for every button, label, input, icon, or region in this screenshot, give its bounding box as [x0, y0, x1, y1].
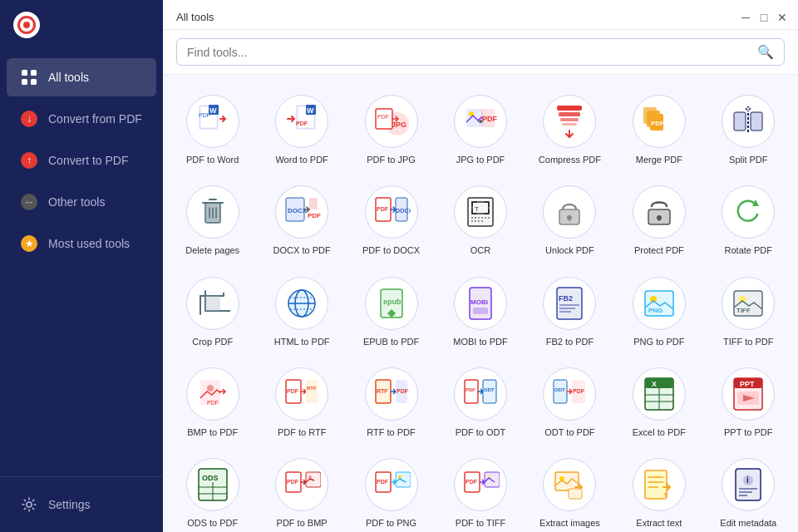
svg-text:W: W: [307, 106, 314, 115]
tool-icon-edit-metadata: i: [722, 458, 775, 511]
arrow-down-icon: ↓: [20, 110, 38, 128]
svg-rect-65: [205, 296, 220, 311]
tool-item-compress-pdf[interactable]: Compress PDF: [527, 85, 613, 172]
tool-icon-pdf-to-bmp: PDF: [275, 458, 328, 511]
tool-item-pdf-to-png[interactable]: PDF PDF to PNG: [348, 448, 434, 532]
sidebar-item-label: Convert from PDF: [48, 112, 142, 126]
tool-icon-protect-pdf: [633, 185, 686, 239]
svg-text:DOCX: DOCX: [288, 207, 308, 214]
tool-label-split-pdf: Split PDF: [729, 154, 767, 165]
svg-text:PDF: PDF: [296, 121, 308, 126]
close-button[interactable]: ✕: [776, 12, 788, 23]
tool-item-delete-pages[interactable]: Delete pages: [170, 175, 255, 263]
tool-item-edit-metadata[interactable]: i Edit metadata: [706, 448, 791, 532]
svg-text:PDF: PDF: [482, 115, 498, 123]
tool-icon-word-to-pdf: W PDF: [275, 95, 328, 148]
tool-item-tiff-to-pdf[interactable]: TIFF TIFF to PDF: [706, 267, 791, 354]
sidebar-item-label: Convert to PDF: [48, 154, 128, 167]
logo-icon: [13, 12, 40, 38]
tool-icon-docx-to-pdf: DOCX PDF: [275, 185, 328, 239]
svg-text:MOBI: MOBI: [470, 298, 488, 306]
sidebar-item-convert-from[interactable]: ↓ Convert from PDF: [7, 100, 156, 138]
svg-rect-25: [560, 118, 579, 121]
tool-item-pdf-to-jpg[interactable]: JPG PDF PDF to JPG: [348, 85, 434, 172]
sidebar-item-other-tools[interactable]: ··· Other tools: [7, 183, 156, 221]
tool-label-pdf-to-bmp: PDF to BMP: [277, 517, 328, 529]
sidebar-footer: Settings: [0, 476, 163, 532]
tool-item-mobi-to-pdf[interactable]: MOBI MOBI to PDF: [437, 267, 523, 354]
tool-icon-fb2-to-pdf: FB2: [543, 277, 596, 330]
svg-text:JPG: JPG: [392, 121, 406, 129]
sidebar-item-convert-to[interactable]: ↑ Convert to PDF: [7, 141, 156, 180]
tool-item-merge-pdf[interactable]: PDF Merge PDF: [616, 85, 702, 172]
sidebar-item-all-tools[interactable]: All tools: [7, 58, 156, 96]
search-bar: 🔍: [163, 30, 798, 75]
maximize-button[interactable]: □: [758, 12, 770, 23]
tool-item-html-to-pdf[interactable]: HTML to PDF: [259, 267, 344, 354]
tool-item-docx-to-pdf[interactable]: DOCX PDF DOCX to PDF: [259, 175, 344, 263]
tool-label-extract-text: Extract text: [636, 517, 682, 529]
tool-icon-jpg-to-pdf: PDF: [454, 95, 507, 148]
tool-item-rtf-to-pdf[interactable]: RTF PDF RTF to PDF: [348, 357, 434, 445]
tool-item-pdf-to-rtf[interactable]: PDF RTF PDF to RTF: [259, 357, 344, 445]
tool-label-rotate-pdf: Rotate PDF: [725, 244, 772, 256]
tool-label-ppt-to-pdf: PPT to PDF: [724, 426, 772, 438]
tool-item-pdf-to-odt[interactable]: PDF ODT PDF to ODT: [437, 357, 523, 445]
tool-icon-unlock-pdf: [543, 185, 596, 239]
tool-icon-rtf-to-pdf: RTF PDF: [365, 367, 418, 421]
tool-item-split-pdf[interactable]: Split PDF: [706, 85, 791, 172]
sidebar-nav: All tools ↓ Convert from PDF ↑ Convert t…: [0, 50, 163, 476]
svg-text:PDF: PDF: [573, 388, 585, 394]
tool-item-epub-to-pdf[interactable]: epub EPUB to PDF: [348, 267, 434, 354]
tool-item-protect-pdf[interactable]: Protect PDF: [616, 175, 702, 263]
tool-item-pdf-to-bmp[interactable]: PDF PDF to BMP: [259, 448, 344, 532]
tool-item-fb2-to-pdf[interactable]: FB2 FB2 to PDF: [527, 267, 613, 354]
tool-item-extract-images[interactable]: Extract images: [527, 448, 613, 532]
svg-rect-0: [22, 70, 27, 76]
tool-label-delete-pages: Delete pages: [185, 244, 239, 256]
svg-rect-3: [31, 79, 37, 85]
svg-text:RTF: RTF: [307, 386, 317, 391]
tool-item-odt-to-pdf[interactable]: ODT PDF ODT to PDF: [527, 357, 613, 445]
tool-icon-delete-pages: [186, 185, 239, 239]
tool-label-excel-to-pdf: Excel to PDF: [633, 426, 686, 438]
tool-item-unlock-pdf[interactable]: Unlock PDF: [527, 175, 613, 263]
search-input-wrap[interactable]: 🔍: [176, 38, 785, 66]
tool-item-pdf-to-word[interactable]: W PDF PDF to Word: [170, 85, 255, 172]
tool-item-crop-pdf[interactable]: Crop PDF: [170, 267, 255, 354]
tool-item-png-to-pdf[interactable]: PNG PNG to PDF: [616, 267, 702, 354]
tool-item-ocr[interactable]: T OCR: [437, 175, 523, 263]
tool-label-crop-pdf: Crop PDF: [192, 336, 233, 347]
tool-item-pdf-to-tiff[interactable]: PDF PDF to TIFF: [437, 448, 523, 532]
tool-item-extract-text[interactable]: T Extract text: [616, 448, 702, 532]
svg-text:PDF: PDF: [207, 400, 219, 406]
tool-item-rotate-pdf[interactable]: Rotate PDF: [706, 175, 791, 263]
tool-label-pdf-to-docx: PDF to DOCX: [362, 244, 420, 256]
tool-item-word-to-pdf[interactable]: W PDF Word to PDF: [259, 85, 344, 172]
search-input[interactable]: [187, 46, 751, 59]
sidebar-item-most-used[interactable]: ★ Most used tools: [7, 224, 156, 263]
svg-text:PDF: PDF: [651, 120, 664, 127]
arrow-up-icon: ↑: [20, 151, 38, 170]
main-content: All tools ─ □ ✕ 🔍 W PDF PDF to Word: [163, 0, 798, 532]
title-bar: All tools ─ □ ✕: [163, 0, 798, 30]
tool-label-png-to-pdf: PNG to PDF: [633, 336, 684, 347]
svg-text:T: T: [663, 491, 667, 499]
tool-label-merge-pdf: Merge PDF: [636, 154, 682, 165]
window-controls: ─ □ ✕: [740, 12, 788, 23]
svg-text:PPT: PPT: [740, 380, 755, 388]
svg-rect-33: [751, 112, 762, 131]
tool-item-pdf-to-docx[interactable]: PDF DOCX PDF to DOCX: [348, 175, 434, 263]
svg-text:PDF: PDF: [466, 479, 478, 485]
tool-item-jpg-to-pdf[interactable]: PDF JPG to PDF: [437, 85, 523, 172]
svg-text:W: W: [209, 106, 217, 115]
settings-item[interactable]: Settings: [7, 487, 156, 522]
tool-item-bmp-to-pdf[interactable]: PDF BMP to PDF: [170, 357, 255, 445]
svg-text:epub: epub: [383, 298, 401, 306]
tool-item-ods-to-pdf[interactable]: ODS ODS to PDF: [170, 448, 255, 532]
tool-item-ppt-to-pdf[interactable]: PPT PPT to PDF: [706, 357, 791, 445]
tool-icon-extract-images: [543, 458, 596, 511]
minimize-button[interactable]: ─: [740, 12, 751, 23]
tool-item-excel-to-pdf[interactable]: X Excel to PDF: [616, 357, 702, 445]
tool-label-docx-to-pdf: DOCX to PDF: [273, 244, 331, 256]
